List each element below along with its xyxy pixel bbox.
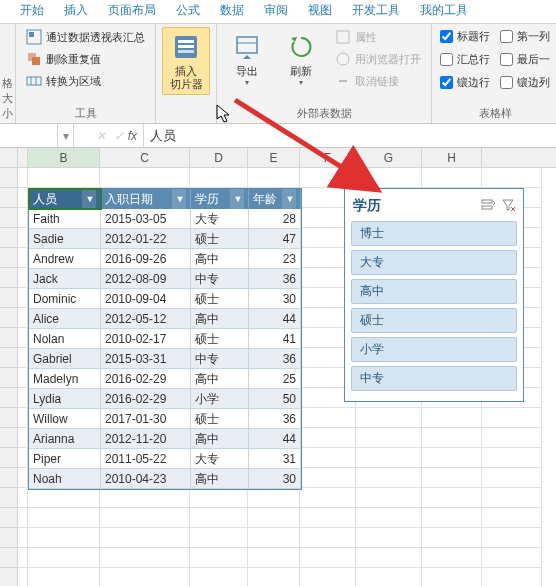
cancel-icon: ✕	[92, 129, 110, 143]
unlink-icon	[335, 73, 351, 89]
col-header[interactable]: C	[100, 148, 190, 167]
svg-rect-8	[178, 40, 194, 43]
header-row-checkbox[interactable]: 标题行	[438, 27, 492, 46]
table-header[interactable]: 人员▼	[29, 189, 101, 209]
remove-dupes-icon	[26, 51, 42, 67]
table-header[interactable]: 年龄▼	[249, 189, 301, 209]
properties-icon	[335, 29, 351, 45]
col-header[interactable]: F	[300, 148, 356, 167]
svg-rect-10	[178, 50, 194, 53]
table-row[interactable]: Jack2012-08-09中专36	[29, 269, 301, 289]
spreadsheet-grid: B C D E F G H 人员▼入职日期▼学历▼年龄▼Faith2015-03…	[0, 148, 556, 586]
svg-rect-16	[482, 206, 492, 209]
table-row[interactable]: Lydia2016-02-29小学50	[29, 389, 301, 409]
properties-button: 属性	[331, 27, 425, 47]
name-box[interactable]	[0, 124, 58, 147]
filter-dropdown-icon[interactable]: ▼	[230, 189, 244, 209]
group-label-tools: 工具	[22, 105, 149, 122]
clear-filter-icon[interactable]	[501, 198, 515, 215]
ribbon-tab[interactable]: 插入	[54, 0, 98, 23]
col-header[interactable]: D	[190, 148, 248, 167]
chevron-down-icon: ▾	[299, 78, 303, 87]
table-row[interactable]: Faith2015-03-05大专28	[29, 209, 301, 229]
ribbon-tab[interactable]: 数据	[210, 0, 254, 23]
table-row[interactable]: Arianna2012-11-20高中44	[29, 429, 301, 449]
export-button[interactable]: 导出 ▾	[223, 27, 271, 91]
chevron-down-icon: ▾	[245, 78, 249, 87]
banded-rows-checkbox[interactable]: 镶边行	[438, 73, 492, 92]
table-row[interactable]: Gabriel2015-03-31中专36	[29, 349, 301, 369]
insert-slicer-button[interactable]: 插入 切片器	[162, 27, 210, 95]
first-col-checkbox[interactable]: 第一列	[498, 27, 552, 46]
namebox-dropdown[interactable]: ▾	[58, 124, 74, 147]
svg-point-14	[337, 53, 349, 65]
col-header[interactable]: E	[248, 148, 300, 167]
pivot-icon	[26, 29, 42, 45]
column-headers: B C D E F G H	[0, 148, 556, 168]
refresh-icon	[285, 31, 317, 63]
svg-rect-15	[482, 200, 492, 203]
table-header[interactable]: 入职日期▼	[101, 189, 191, 209]
table-header[interactable]: 学历▼	[191, 189, 249, 209]
table-row[interactable]: Andrew2016-09-26高中23	[29, 249, 301, 269]
pivot-summary-button[interactable]: 通过数据透视表汇总	[22, 27, 149, 47]
group-label: 格大小	[2, 75, 13, 122]
refresh-button[interactable]: 刷新 ▾	[277, 27, 325, 91]
last-col-checkbox[interactable]: 最后一	[498, 50, 552, 69]
convert-range-button[interactable]: 转换为区域	[22, 71, 149, 91]
export-icon	[231, 31, 263, 63]
svg-rect-3	[32, 57, 40, 65]
ribbon-tab[interactable]: 页面布局	[98, 0, 166, 23]
slicer-icon	[170, 31, 202, 63]
convert-range-icon	[26, 73, 42, 89]
ribbon-tab[interactable]: 公式	[166, 0, 210, 23]
data-table[interactable]: 人员▼入职日期▼学历▼年龄▼Faith2015-03-05大专28Sadie20…	[28, 188, 302, 490]
formula-input[interactable]: 人员	[144, 124, 556, 147]
slicer-item[interactable]: 小学	[351, 337, 517, 362]
svg-rect-11	[237, 37, 257, 53]
fx-icon[interactable]: fx	[128, 129, 137, 143]
browser-icon	[335, 51, 351, 67]
table-row[interactable]: Madelyn2016-02-29高中25	[29, 369, 301, 389]
ribbon-tab[interactable]: 审阅	[254, 0, 298, 23]
total-row-checkbox[interactable]: 汇总行	[438, 50, 492, 69]
table-row[interactable]: Piper2011-05-22大专31	[29, 449, 301, 469]
slicer-item[interactable]: 高中	[351, 279, 517, 304]
filter-dropdown-icon[interactable]: ▼	[172, 189, 186, 209]
slicer-item[interactable]: 硕士	[351, 308, 517, 333]
svg-rect-13	[337, 31, 349, 43]
group-label-style: 表格样	[438, 105, 552, 122]
open-browser-button: 用浏览器打开	[331, 49, 425, 69]
ribbon-tab[interactable]: 开始	[10, 0, 54, 23]
slicer-title: 学历	[353, 197, 381, 215]
banded-cols-checkbox[interactable]: 镶边列	[498, 73, 552, 92]
filter-dropdown-icon[interactable]: ▼	[82, 189, 96, 209]
slicer-item[interactable]: 大专	[351, 250, 517, 275]
confirm-icon: ✓	[110, 129, 128, 143]
table-row[interactable]: Sadie2012-01-22硕士47	[29, 229, 301, 249]
table-row[interactable]: Willow2017-01-30硕士36	[29, 409, 301, 429]
svg-rect-1	[29, 32, 34, 37]
ribbon-tab[interactable]: 开发工具	[342, 0, 410, 23]
table-row[interactable]: Alice2012-05-12高中44	[29, 309, 301, 329]
table-row[interactable]: Noah2010-04-23高中30	[29, 469, 301, 489]
formula-bar: ▾ ✕ ✓ fx 人员	[0, 124, 556, 148]
slicer-item[interactable]: 中专	[351, 366, 517, 391]
col-header[interactable]: G	[356, 148, 422, 167]
ribbon-tab[interactable]: 我的工具	[410, 0, 478, 23]
col-header[interactable]: H	[422, 148, 482, 167]
ribbon-tabs: 开始插入页面布局公式数据审阅视图开发工具我的工具	[0, 0, 556, 24]
filter-dropdown-icon[interactable]: ▼	[282, 189, 296, 209]
col-header[interactable]: B	[28, 148, 100, 167]
slicer-item[interactable]: 博士	[351, 221, 517, 246]
table-row[interactable]: Dominic2010-09-04硕士30	[29, 289, 301, 309]
svg-rect-9	[178, 45, 194, 48]
ribbon: 格大小 通过数据透视表汇总 删除重复值 转换为区域 工具	[0, 24, 556, 124]
table-row[interactable]: Nolan2010-02-17硕士41	[29, 329, 301, 349]
group-label-external: 外部表数据	[223, 105, 425, 122]
svg-rect-4	[27, 77, 41, 85]
multiselect-icon[interactable]	[481, 198, 495, 215]
ribbon-tab[interactable]: 视图	[298, 0, 342, 23]
remove-duplicates-button[interactable]: 删除重复值	[22, 49, 149, 69]
slicer-panel[interactable]: 学历 博士大专高中硕士小学中专	[344, 188, 524, 402]
